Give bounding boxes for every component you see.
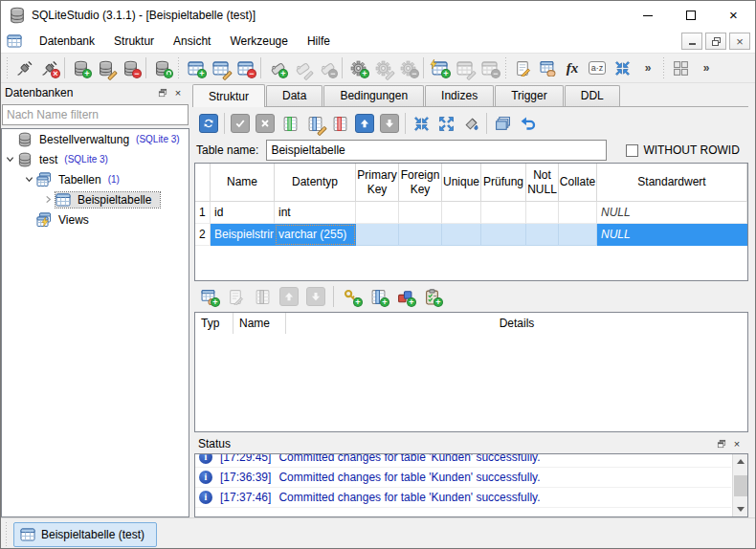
name-cell[interactable]: Beispielstring — [211, 224, 275, 246]
scrollbar-thumb[interactable] — [734, 475, 747, 496]
add-primary-key-button[interactable]: + — [339, 284, 364, 309]
database-filter-input[interactable] — [2, 104, 189, 125]
tree-item-test[interactable]: test (SQLite 3) — [2, 149, 189, 169]
add-check-button[interactable]: + — [419, 284, 444, 309]
edit-table-button[interactable] — [208, 55, 233, 80]
mdi-restore-button[interactable] — [705, 33, 726, 50]
edit-trigger-button[interactable] — [370, 55, 395, 80]
constraints-header-details[interactable]: Details — [286, 313, 747, 334]
column-header-standardwert[interactable]: Standardwert — [597, 164, 747, 202]
undo-button[interactable] — [515, 111, 540, 136]
rollback-structure-button[interactable] — [253, 111, 278, 136]
table-row-selected[interactable]: 2 Beispielstring varchar (255) NULL — [195, 224, 747, 246]
column-header-collate[interactable]: Collate — [559, 164, 597, 202]
primary-key-cell[interactable] — [356, 224, 399, 246]
close-all-windows-button[interactable] — [610, 55, 634, 80]
constraints-header-typ[interactable]: Typ — [195, 313, 233, 334]
tab-indizes[interactable]: Indizes — [425, 85, 494, 106]
delete-constraint-button[interactable] — [250, 284, 275, 309]
open-ddl-history-button[interactable] — [535, 55, 560, 80]
column-header-name[interactable]: Name — [211, 164, 275, 202]
connect-button[interactable] — [11, 55, 36, 80]
panel-close-button[interactable]: × — [170, 86, 186, 99]
panel-close-button[interactable]: × — [729, 437, 745, 450]
menu-datenbank[interactable]: Datenbank — [30, 31, 104, 52]
without-rowid-checkbox[interactable] — [626, 144, 638, 157]
close-button[interactable]: × — [712, 1, 755, 30]
add-column-button[interactable] — [278, 111, 302, 136]
edit-index-button[interactable] — [289, 55, 314, 80]
column-header-not-null[interactable]: Not NULL — [526, 164, 559, 202]
drop-view-button[interactable]: − — [477, 55, 501, 80]
remove-database-button[interactable]: − — [118, 55, 143, 80]
tree-item-views[interactable]: Views — [2, 209, 189, 230]
move-column-down-button[interactable] — [377, 111, 402, 136]
minimize-button[interactable] — [626, 1, 669, 30]
collapse-all-button[interactable] — [409, 111, 434, 136]
default-value-cell[interactable]: NULL — [597, 224, 747, 246]
add-trigger-button[interactable]: + — [345, 55, 370, 80]
delete-column-button[interactable] — [327, 111, 352, 136]
datatype-cell[interactable]: varchar (255) — [275, 224, 356, 246]
refresh-structure-button[interactable] — [196, 111, 221, 136]
tab-ddl[interactable]: DDL — [565, 85, 620, 106]
not-null-cell[interactable] — [526, 202, 559, 224]
column-header-primary-key[interactable]: Primary Key — [356, 164, 399, 202]
check-cell[interactable] — [481, 202, 526, 224]
name-cell[interactable]: id — [211, 202, 275, 224]
selected-tree-item[interactable]: Beispieltabelle — [56, 192, 160, 208]
custom-functions-button[interactable]: fx — [560, 55, 585, 80]
toolbar-overflow-button[interactable]: » — [634, 55, 659, 80]
tree-item-tabellen[interactable]: Tabellen (1) — [2, 169, 189, 189]
toolbar-grip[interactable] — [503, 57, 508, 78]
chevron-right-icon[interactable] — [40, 195, 56, 204]
column-header-unique[interactable]: Unique — [442, 164, 481, 202]
maximize-button[interactable] — [669, 1, 712, 30]
mdi-minimize-button[interactable] — [681, 33, 702, 50]
status-scrollbar[interactable] — [732, 454, 747, 516]
datatype-cell[interactable]: int — [275, 202, 356, 224]
check-cell[interactable] — [481, 224, 526, 246]
move-constraint-up-button[interactable] — [277, 284, 301, 309]
foreign-key-cell[interactable] — [399, 202, 442, 224]
mdi-close-button[interactable]: × — [729, 33, 750, 50]
not-null-cell[interactable] — [526, 224, 559, 246]
constraints-header-name[interactable]: Name — [233, 313, 286, 334]
refresh-schema-button[interactable] — [149, 55, 174, 80]
windows-menu-button[interactable] — [668, 55, 693, 80]
chevron-down-icon[interactable] — [21, 175, 36, 184]
tree-item-beispieltabelle[interactable]: Beispieltabelle — [2, 189, 189, 209]
unique-cell[interactable] — [442, 202, 481, 224]
column-header-foreign-key[interactable]: Foreign Key — [399, 164, 442, 202]
menu-hilfe[interactable]: Hilfe — [298, 31, 340, 52]
taskbar-tab-beispieltabelle[interactable]: Beispieltabelle (test) — [13, 522, 157, 547]
panel-float-button[interactable] — [714, 437, 729, 450]
tab-struktur[interactable]: Struktur — [192, 84, 265, 107]
tab-bedingungen[interactable]: Bedingungen — [323, 85, 424, 106]
edit-column-button[interactable] — [302, 111, 327, 136]
menu-struktur[interactable]: Struktur — [104, 31, 164, 52]
collations-editor-button[interactable]: a·z — [585, 55, 610, 80]
drop-index-button[interactable]: − — [314, 55, 339, 80]
move-column-up-button[interactable] — [352, 111, 377, 136]
scroll-down-arrow[interactable] — [733, 502, 748, 516]
scroll-up-arrow[interactable] — [733, 454, 748, 469]
format-ddl-button[interactable] — [458, 111, 483, 136]
tree-item-bestellverwaltung[interactable]: Bestellverwaltung (SQLite 3) — [2, 129, 189, 149]
open-sql-editor-button[interactable] — [510, 55, 535, 80]
toolbar-grip[interactable] — [176, 57, 181, 78]
add-constraint-button[interactable]: + — [196, 284, 221, 309]
copy-table-button[interactable] — [490, 111, 515, 136]
menu-werkzeuge[interactable]: Werkzeuge — [220, 31, 297, 52]
foreign-key-cell[interactable] — [399, 224, 442, 246]
toolbar-grip[interactable] — [5, 57, 10, 78]
table-row[interactable]: 1 id int NULL — [195, 202, 747, 224]
table-name-input[interactable] — [266, 140, 607, 161]
collate-cell[interactable] — [559, 202, 597, 224]
default-value-cell[interactable]: NULL — [597, 202, 747, 224]
add-database-button[interactable]: + — [68, 55, 93, 80]
tab-data[interactable]: Data — [266, 85, 322, 106]
add-view-button[interactable]: + — [427, 55, 452, 80]
add-foreign-key-button[interactable]: + — [366, 284, 390, 309]
column-header-pruefung[interactable]: Prüfung — [481, 164, 526, 202]
